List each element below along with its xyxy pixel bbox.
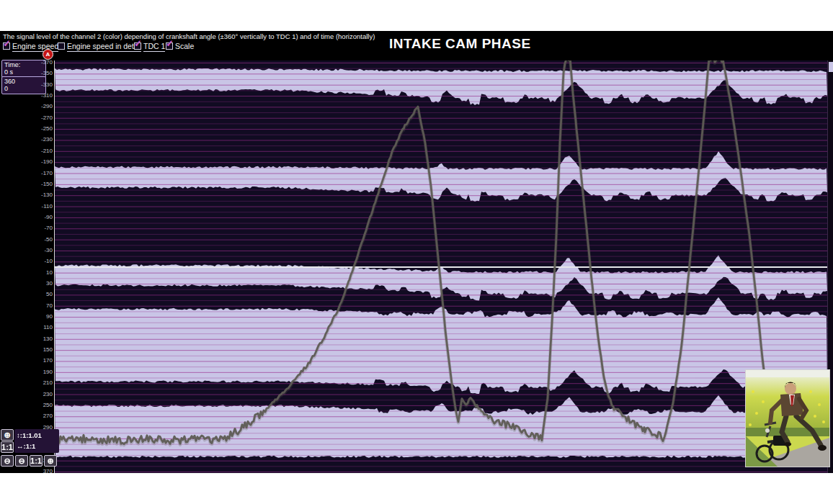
y-axis-tick-label: -130: [27, 192, 53, 198]
y-axis-tick-label: 170: [27, 358, 53, 364]
y-axis-tick-label: -290: [27, 104, 53, 109]
photo-illustration: [746, 370, 829, 467]
y-axis-tick-label: 270: [27, 413, 53, 419]
checkbox-icon[interactable]: ✓: [134, 42, 141, 50]
y-axis-tick-label: -110: [27, 204, 53, 210]
checkbox-icon[interactable]: ✓: [58, 42, 65, 50]
axis-top-marker-icon[interactable]: A: [43, 49, 53, 60]
page-title: INTAKE CAM PHASE: [389, 36, 531, 52]
vertical-ratio-label: ↕:1:1.01: [17, 430, 57, 441]
checkbox-icon[interactable]: ✓: [166, 42, 173, 50]
zoom-in-vertical-button[interactable]: ⊕: [1, 429, 14, 441]
scrollbar-thumb[interactable]: [829, 62, 833, 72]
reset-vertical-zoom-button[interactable]: 1:1: [1, 441, 14, 453]
zoom-ratio-panel: ↕:1:1.01 ↔:1:1: [14, 429, 59, 453]
check-icon: ✓: [166, 38, 174, 49]
horizontal-ratio-label: ↔:1:1: [17, 441, 57, 451]
y-axis-tick-label: 190: [27, 369, 53, 375]
y-axis-tick-label: -170: [27, 171, 53, 176]
checkbox-label[interactable]: TDC 1: [143, 42, 165, 52]
y-axis-tick-label: 230: [27, 392, 53, 397]
y-axis-tick-label: 150: [27, 347, 53, 353]
checkbox-label[interactable]: Scale: [175, 42, 194, 50]
y-axis-tick-label: -10: [27, 258, 53, 264]
y-axis-tick-label: 90: [27, 314, 53, 320]
y-axis-tick-label: -230: [27, 137, 53, 143]
checkbox-label[interactable]: Engine speed in detail: [67, 42, 141, 52]
y-axis-tick-label: 10: [27, 270, 53, 276]
y-axis-tick-label: 130: [27, 336, 53, 342]
checkbox-icon[interactable]: ✓: [3, 42, 10, 50]
y-axis-tick-label: 370: [27, 469, 53, 473]
waveform-plot[interactable]: [55, 60, 827, 473]
reset-horizontal-zoom-button[interactable]: 1:1: [30, 455, 43, 467]
zoom-in-horizontal-button[interactable]: ⊕: [44, 455, 57, 467]
y-axis-tick-label: -70: [27, 225, 53, 231]
y-axis-tick-label: -250: [27, 126, 53, 132]
y-axis-tick-label: -370: [27, 60, 53, 66]
y-axis-tick-label: -310: [27, 93, 53, 99]
y-axis-tick-label: -330: [27, 82, 53, 88]
checkbox-scale[interactable]: ✓Scale: [166, 42, 194, 52]
check-icon: ✓: [3, 38, 11, 49]
diagnostic-app-window: The signal level of the channel 2 (color…: [0, 31, 833, 473]
y-axis-tick-label: 210: [27, 380, 53, 386]
check-icon: ✓: [134, 38, 142, 49]
y-axis-tick-label: -190: [27, 159, 53, 165]
zoom-out-button-1[interactable]: ⊖: [1, 455, 14, 467]
checkbox-engine-speed-in-detail[interactable]: ✓Engine speed in detail: [58, 42, 141, 52]
zoom-out-button-2[interactable]: ⊖: [15, 455, 28, 467]
y-axis-tick-label: -350: [27, 71, 53, 76]
y-axis-tick-label: -50: [27, 237, 53, 243]
photo-mr-bean-moped: [745, 369, 830, 467]
y-axis-tick-label: 110: [27, 325, 53, 330]
y-axis-tick-label: -210: [27, 148, 53, 154]
page-background: The signal level of the channel 2 (color…: [0, 0, 833, 504]
chart-description: The signal level of the channel 2 (color…: [3, 32, 375, 40]
y-axis-tick-label: -90: [27, 215, 53, 220]
checkbox-tdc-1[interactable]: ✓TDC 1: [134, 42, 165, 52]
y-axis-tick-label: 70: [27, 303, 53, 309]
y-axis-tick-label: 250: [27, 402, 53, 408]
y-axis-tick-label: 50: [27, 292, 53, 297]
y-axis-tick-label: -150: [27, 181, 53, 187]
y-axis-tick-label: 30: [27, 281, 53, 287]
y-axis-tick-label: -30: [27, 248, 53, 253]
y-axis-tick-label: -270: [27, 115, 53, 121]
